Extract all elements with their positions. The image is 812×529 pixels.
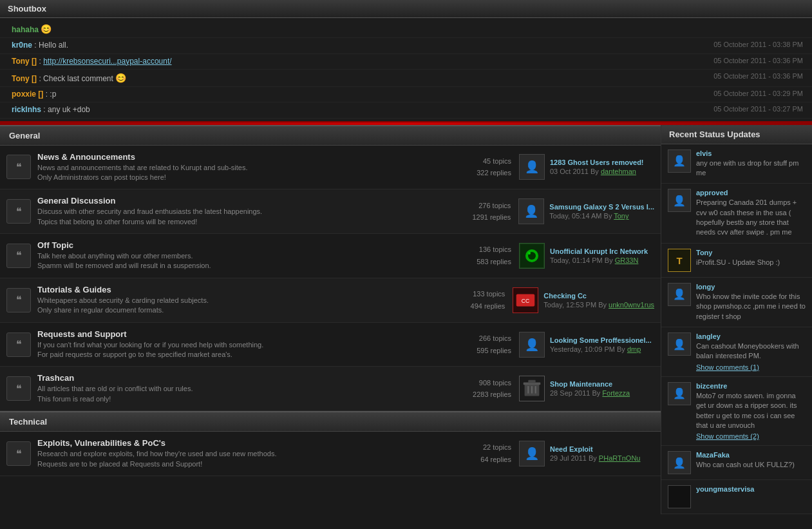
forum-last-post: 👤 Looking Some Proffessionel... Yesterda…: [519, 332, 654, 358]
forum-desc: All articles that are old or in conflict…: [37, 384, 446, 394]
status-user[interactable]: MazaFaka: [696, 451, 806, 459]
forum-desc-italic: For paid requests or support go to the s…: [37, 350, 446, 360]
last-post-meta: 28 Sep 2011 By Fortezza: [550, 389, 630, 397]
status-content: elvis any one with us drop for stuff pm …: [696, 149, 806, 178]
forum-title[interactable]: Exploits, Vulnerabilities & PoC's: [37, 438, 446, 448]
forum-last-post: CC Checking Cc Today, 12:53 PM By unkn0w…: [513, 287, 654, 313]
last-post-title[interactable]: Looking Some Proffessionel...: [550, 336, 652, 344]
forum-stats: 45 topics 322 replies: [453, 155, 511, 179]
status-content: youngmastervisa: [696, 485, 806, 508]
forum-last-post: 👤 Need Exploit 29 Jul 2011 By PHaRTnONu: [519, 441, 654, 466]
forum-title[interactable]: News & Announcements: [37, 152, 446, 162]
last-post-avatar: 👤: [519, 154, 545, 180]
last-post-avatar: [519, 376, 545, 401]
forum-icon: ❝: [6, 441, 31, 466]
status-avatar: [668, 485, 691, 508]
last-post-title[interactable]: 1283 Ghost Users removed!: [550, 159, 644, 166]
forum-desc-italic: This forum is read only!: [37, 394, 446, 404]
last-post-title[interactable]: Unofficial Kurupt Irc Network: [550, 247, 648, 255]
last-post-title[interactable]: Samsung Galaxy S 2 Versus I...: [549, 203, 654, 211]
forum-icon: ❝: [6, 199, 31, 224]
svg-rect-16: [668, 486, 690, 508]
shoutbox-user: kr0ne: [12, 41, 32, 50]
forum-stats: 22 topics 64 replies: [453, 441, 511, 465]
last-post-title[interactable]: Shop Maintenance: [550, 380, 630, 388]
forum-desc-italic: Requests are to be placed at Requests an…: [37, 459, 446, 469]
last-post-avatar: 👤: [518, 198, 544, 224]
status-item: 👤 MazaFaka Who can cash out UK FULLZ?): [661, 446, 812, 480]
forum-icon: ❝: [6, 155, 31, 179]
last-post-title[interactable]: Checking Cc: [543, 292, 654, 300]
shoutbox-user: poxxie []: [12, 90, 43, 99]
forum-title[interactable]: Off Topic: [37, 240, 446, 250]
svg-rect-10: [528, 380, 535, 383]
forum-title[interactable]: Trashcan: [37, 373, 446, 383]
shoutbox-message: kr0ne : Hello all. 05 October 2011 - 03:…: [0, 38, 812, 53]
status-content: Tony iProfit.SU - Update Shop :): [696, 249, 806, 272]
forum-row: ❝ Tutorials & Guides Whitepapers about s…: [0, 278, 661, 323]
forum-last-post: Unofficial Kurupt Irc Network Today, 01:…: [519, 243, 654, 269]
status-user[interactable]: bizcentre: [696, 382, 806, 390]
forum-info: Tutorials & Guides Whitepapers about sec…: [37, 285, 439, 316]
status-avatar: 👤: [668, 332, 691, 356]
last-post-info: Shop Maintenance 28 Sep 2011 By Fortezza: [550, 380, 630, 397]
last-post-avatar: [519, 243, 545, 269]
forum-desc-italic: Spamm will be removed and will result in…: [37, 261, 446, 271]
shoutbox-message: poxxie [] : :p 05 October 2011 - 03:29 P…: [0, 87, 812, 102]
status-content: bizcentre Moto7 or moto saven. im gonna …: [696, 382, 806, 441]
last-post-avatar: 👤: [519, 441, 545, 466]
status-avatar: 👤: [668, 189, 691, 212]
shoutbox-time: 05 October 2011 - 03:36 PM: [707, 71, 803, 85]
forum-info: Trashcan All articles that are old or in…: [37, 373, 446, 404]
show-comments-langley[interactable]: Show comments (1): [696, 363, 806, 371]
forum-stats: 908 topics 2283 replies: [453, 377, 511, 401]
forum-row: ❝ Exploits, Vulnerabilities & PoC's Rese…: [0, 432, 661, 476]
last-post-title[interactable]: Need Exploit: [550, 445, 640, 453]
forum-desc: If you can't find what your looking for …: [37, 340, 446, 350]
status-content: approved Preparing Canada 201 dumps + cv…: [696, 189, 806, 238]
status-avatar: 👤: [668, 149, 691, 173]
forum-desc: News and announcements that are related …: [37, 163, 446, 173]
last-post-meta: Today, 01:14 PM By GR33N: [550, 256, 648, 264]
status-content: MazaFaka Who can cash out UK FULLZ?): [696, 451, 806, 474]
forum-desc: Discuss with other security and fraud en…: [37, 207, 445, 216]
svg-text:T: T: [676, 255, 683, 266]
last-post-info: Checking Cc Today, 12:53 PM By unkn0wnv1…: [543, 292, 654, 309]
forum-info: Off Topic Talk here about anything with …: [37, 240, 446, 271]
status-avatar: T: [668, 249, 691, 272]
forum-row: ❝ Trashcan All articles that are old or …: [0, 367, 661, 411]
forum-section-general: ❝ News & Announcements News and announce…: [0, 146, 661, 412]
status-user[interactable]: youngmastervisa: [696, 485, 806, 493]
forum-row: ❝ Off Topic Talk here about anything wit…: [0, 234, 661, 278]
shoutbox-user: ricklnhs: [12, 105, 41, 114]
status-item: youngmastervisa: [661, 480, 812, 514]
show-comments-bizcentre[interactable]: Show comments (2): [696, 432, 806, 440]
forum-icon: ❝: [6, 244, 31, 268]
shoutbox-message: ricklnhs : any uk +dob 05 October 2011 -…: [0, 102, 812, 118]
status-user[interactable]: longy: [696, 283, 806, 291]
status-avatar: 👤: [668, 451, 691, 474]
shoutbox-user: Tony []: [12, 74, 37, 83]
status-text: Who know the invite code for this shop p…: [696, 292, 806, 322]
last-post-meta: Yesterday, 10:09 PM By dmp: [550, 345, 652, 353]
status-avatar: 👤: [668, 283, 691, 306]
status-user[interactable]: elvis: [696, 149, 806, 157]
status-user[interactable]: langley: [696, 332, 806, 340]
status-text: Moto7 or moto saven. im gonna get ur dow…: [696, 391, 806, 431]
last-post-avatar: CC: [513, 287, 538, 313]
status-content: langley Can cashout Moneybookers with ba…: [696, 332, 806, 371]
forum-icon: ❝: [6, 288, 31, 313]
sidebar-title: Recent Status Updates: [661, 125, 812, 144]
forum-title[interactable]: General Discussion: [37, 196, 445, 206]
section-header-general: General: [0, 125, 661, 146]
status-text: iProfit.SU - Update Shop :): [696, 258, 806, 267]
forum-title[interactable]: Requests and Support: [37, 329, 446, 339]
status-user[interactable]: Tony: [696, 249, 806, 256]
status-item: 👤 approved Preparing Canada 201 dumps + …: [661, 184, 812, 244]
last-post-info: Looking Some Proffessionel... Yesterday,…: [550, 336, 652, 353]
status-user[interactable]: approved: [696, 189, 806, 197]
forum-title[interactable]: Tutorials & Guides: [37, 285, 439, 294]
last-post-info: Samsung Galaxy S 2 Versus I... Today, 05…: [549, 203, 654, 220]
last-post-info: Need Exploit 29 Jul 2011 By PHaRTnONu: [550, 445, 640, 462]
status-item: 👤 langley Can cashout Moneybookers with …: [661, 327, 812, 377]
